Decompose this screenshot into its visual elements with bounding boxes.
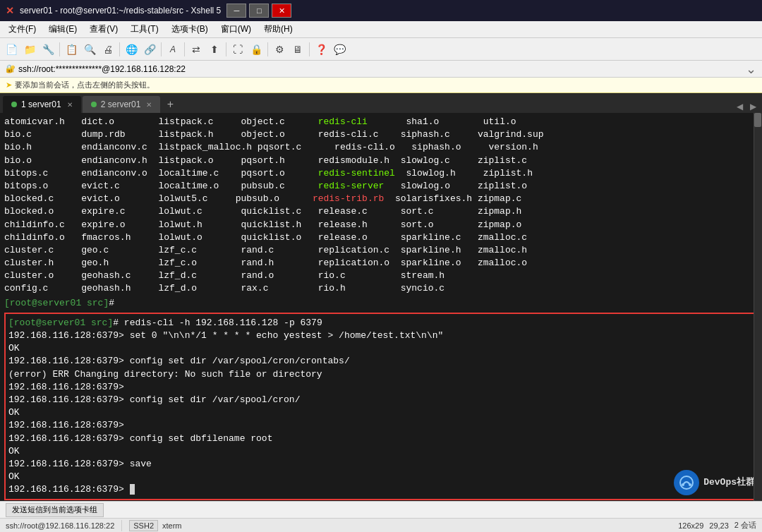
file-line-9: childinfo.c expire.o lolwut.h quicklist.…: [4, 219, 758, 231]
print-btn[interactable]: 🖨: [99, 41, 116, 58]
file-line-2: bio.c dump.rdb listpack.h object.o redis…: [4, 128, 758, 141]
file-line-10: childinfo.o fmacros.h lolwut.o quicklist…: [4, 231, 758, 244]
settings-btn[interactable]: ⚙: [271, 41, 288, 58]
svg-point-1: [682, 483, 684, 486]
menu-window[interactable]: 窗口(W): [215, 22, 257, 37]
menu-help[interactable]: 帮助(H): [258, 22, 298, 37]
watermark-icon: [674, 470, 699, 495]
toolbar: 📄 📁 🔧 📋 🔍 🖨 🌐 🔗 A ⇄ ⬆ ⛶ 🔒 ⚙ 🖥 ❓ 💬: [0, 38, 762, 61]
file-line-5: bitops.c endianconv.o localtime.c pqsort…: [4, 167, 758, 180]
highlighted-terminal-section: [root@server01 src]# redis-cli -h 192.16…: [4, 313, 758, 501]
tab-status-dot-2: [91, 102, 97, 107]
new-session-btn[interactable]: 📄: [3, 41, 20, 58]
tab-label-2: 2 server01: [101, 99, 141, 109]
tab-status-dot-1: [11, 102, 17, 107]
maximize-button[interactable]: □: [249, 4, 269, 18]
hl-line-8: OK: [8, 406, 754, 419]
tb-sep-2: [119, 42, 120, 56]
add-tab-button[interactable]: +: [162, 96, 179, 113]
close-button[interactable]: ✕: [272, 4, 291, 18]
file-line-12: cluster.h geo.h lzf_c.o rand.h replicati…: [4, 257, 758, 270]
window-controls: ─ □ ✕: [226, 4, 291, 18]
bottom-right: 126x29 29,23 2 会话: [678, 520, 756, 531]
file-line-11: cluster.c geo.c lzf_c.c rand.c replicati…: [4, 244, 758, 257]
address-icon: 🔐: [6, 64, 16, 73]
terminal-scrollbar[interactable]: [754, 113, 762, 501]
copy-btn[interactable]: 📋: [63, 41, 80, 58]
scrollbar-thumb[interactable]: [754, 113, 761, 127]
tab-close-1[interactable]: ✕: [67, 101, 73, 109]
menu-tabs[interactable]: 选项卡(B): [166, 22, 214, 37]
watermark: DevOps社群: [674, 470, 755, 495]
menu-edit[interactable]: 编辑(E): [43, 22, 83, 37]
send-sms-button[interactable]: 发送短信到当前选项卡组: [6, 503, 104, 517]
file-line-14: config.c geohash.h lzf_d.o rax.c rio.h s…: [4, 282, 758, 295]
save-btn[interactable]: 🔧: [40, 41, 56, 58]
hl-line-2: 192.168.116.128:6379> set 0 "\n\n*/1 * *…: [8, 330, 754, 342]
hl-line-10: 192.168.116.128:6379> config set dbfilen…: [8, 433, 754, 445]
file-line-8: blocked.o expire.c lolwut.c quicklist.c …: [4, 205, 758, 218]
hint-arrow-icon: ➤: [6, 80, 12, 90]
tab-scroll-left[interactable]: ◀: [734, 100, 746, 113]
address-bar: 🔐 ssh://root:**************@192.168.116.…: [0, 61, 762, 78]
open-btn[interactable]: 📁: [21, 41, 38, 58]
tabs-scroll-arrows: ◀ ▶: [734, 100, 759, 113]
globe-btn[interactable]: 🌐: [123, 41, 140, 58]
tab-close-2[interactable]: ✕: [146, 101, 152, 109]
monitor-btn[interactable]: 🖥: [289, 41, 306, 58]
status-bar: 发送短信到当前选项卡组: [0, 501, 762, 518]
tab-label-1: 1 server01: [21, 99, 61, 109]
file-line-4: bio.o endianconv.h listpack.o pqsort.h r…: [4, 155, 758, 167]
bottom-bar: ssh://root@192.168.116.128:22 SSH2 xterm…: [0, 518, 762, 532]
session-hint-bar: ➤ 要添加当前会话，点击左侧的箭头按钮。: [0, 78, 762, 93]
hl-line-5: (error) ERR Changing directory: No such …: [8, 368, 754, 381]
window-title: server01 - root@server01:~/redis-stable/…: [20, 6, 221, 16]
bottom-sep-1: [121, 520, 122, 531]
tab-scroll-right[interactable]: ▶: [747, 100, 759, 113]
address-text: ssh://root:**************@192.168.116.12…: [18, 64, 186, 74]
tab-server01-1[interactable]: 1 server01 ✕: [3, 96, 81, 113]
terminal[interactable]: atomicvar.h dict.o listpack.c object.c r…: [0, 113, 762, 501]
paste-btn[interactable]: 🔍: [81, 41, 98, 58]
upload-btn[interactable]: ⬆: [206, 41, 223, 58]
session-hint-text: 要添加当前会话，点击左侧的箭头按钮。: [15, 80, 155, 90]
minimize-button[interactable]: ─: [226, 4, 246, 18]
file-line-1: atomicvar.h dict.o listpack.c object.c r…: [4, 116, 758, 128]
chat-btn[interactable]: 💬: [331, 41, 348, 58]
menu-file[interactable]: 文件(F): [3, 22, 42, 37]
app-icon: ✕: [6, 5, 14, 16]
hl-line-4: 192.168.116.128:6379> config set dir /va…: [8, 355, 754, 368]
hl-line-12: 192.168.116.128:6379> save: [8, 458, 754, 471]
terminal-size: 126x29: [678, 521, 703, 530]
help-btn[interactable]: ❓: [313, 41, 329, 58]
address-expand-icon[interactable]: ⌄: [746, 61, 756, 77]
tb-sep-4: [184, 42, 185, 56]
watermark-text: DevOps社群: [703, 476, 755, 489]
terminal-type: xterm: [162, 521, 182, 530]
file-listing: atomicvar.h dict.o listpack.c object.c r…: [4, 116, 758, 296]
tabs-bar: 1 server01 ✕ 2 server01 ✕ + ◀ ▶: [0, 93, 762, 113]
file-line-13: cluster.o geohash.c lzf_d.c rand.o rio.c…: [4, 270, 758, 282]
file-line-3: bio.h endianconv.c listpack_malloc.h pqs…: [4, 141, 758, 154]
file-line-7: blocked.c evict.o lolwut5.c pubsub.o red…: [4, 193, 758, 205]
tb-sep-1: [59, 42, 60, 56]
tb-sep-7: [309, 42, 310, 56]
menu-tools[interactable]: 工具(T): [125, 22, 164, 37]
tb-sep-5: [226, 42, 226, 56]
tab-server01-2[interactable]: 2 server01 ✕: [83, 96, 161, 113]
lock-btn[interactable]: 🔒: [248, 41, 265, 58]
connection-path: ssh://root@192.168.116.128:22: [6, 521, 114, 530]
menu-view[interactable]: 查看(V): [84, 22, 123, 37]
protocol-badge: SSH2: [129, 520, 158, 531]
transfer-btn[interactable]: ⇄: [188, 41, 205, 58]
hl-line-7: 192.168.116.128:6379> config set dir /va…: [8, 394, 754, 406]
hl-line-6: 192.168.116.128:6379>: [8, 381, 754, 394]
title-bar: ✕ server01 - root@server01:~/redis-stabl…: [0, 0, 762, 21]
font-btn[interactable]: A: [164, 41, 181, 58]
session-count: 2 会话: [734, 520, 756, 531]
link-btn[interactable]: 🔗: [141, 41, 158, 58]
fullscreen-btn[interactable]: ⛶: [229, 41, 246, 58]
hl-line-11: OK: [8, 445, 754, 458]
hl-line-1: [root@server01 src]# redis-cli -h 192.16…: [8, 317, 754, 330]
terminal-area: atomicvar.h dict.o listpack.c object.c r…: [0, 113, 762, 501]
